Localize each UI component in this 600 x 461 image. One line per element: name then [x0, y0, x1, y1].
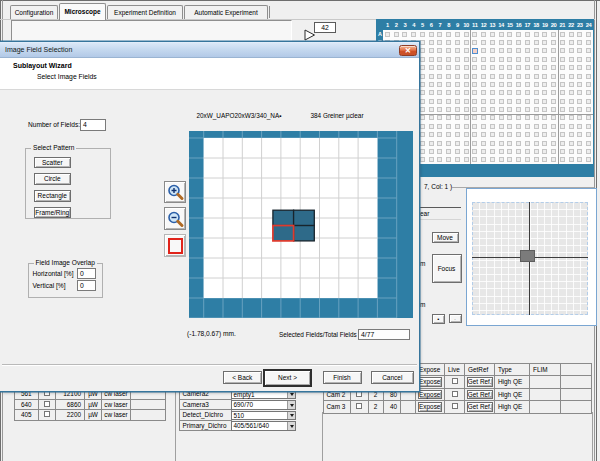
well[interactable] — [490, 99, 495, 104]
well[interactable] — [516, 157, 521, 162]
well[interactable] — [577, 149, 582, 154]
well[interactable] — [490, 107, 495, 112]
live-checkbox[interactable] — [452, 378, 458, 384]
well[interactable] — [542, 82, 547, 87]
well[interactable] — [534, 115, 539, 120]
well[interactable] — [507, 74, 512, 79]
frame-ring-button[interactable]: Frame/Ring — [34, 207, 71, 219]
well[interactable] — [446, 99, 451, 104]
well[interactable] — [499, 157, 504, 162]
well[interactable] — [499, 48, 504, 53]
well[interactable] — [472, 99, 477, 104]
well[interactable] — [577, 115, 582, 120]
well[interactable] — [437, 90, 442, 95]
well[interactable] — [507, 40, 512, 45]
well[interactable] — [472, 40, 477, 45]
well[interactable] — [490, 90, 495, 95]
well[interactable] — [560, 132, 565, 137]
selected-field-cell[interactable] — [294, 210, 315, 225]
well[interactable] — [472, 90, 477, 95]
well[interactable] — [534, 40, 539, 45]
well[interactable] — [560, 115, 565, 120]
well[interactable] — [516, 115, 521, 120]
well[interactable] — [446, 40, 451, 45]
well[interactable] — [490, 74, 495, 79]
well[interactable] — [429, 65, 434, 70]
well[interactable] — [437, 115, 442, 120]
well[interactable] — [429, 115, 434, 120]
well[interactable] — [516, 107, 521, 112]
well[interactable] — [481, 48, 486, 53]
well[interactable] — [464, 57, 469, 62]
well[interactable] — [577, 65, 582, 70]
well[interactable] — [490, 115, 495, 120]
well[interactable] — [560, 74, 565, 79]
well[interactable] — [551, 40, 556, 45]
well[interactable] — [490, 40, 495, 45]
well[interactable] — [569, 57, 574, 62]
well[interactable] — [472, 57, 477, 62]
well[interactable] — [586, 65, 591, 70]
well[interactable] — [507, 124, 512, 129]
well[interactable] — [464, 99, 469, 104]
well[interactable] — [542, 124, 547, 129]
well[interactable] — [560, 149, 565, 154]
well[interactable] — [429, 124, 434, 129]
camera-checkbox[interactable] — [356, 391, 362, 397]
well[interactable] — [429, 132, 434, 137]
well[interactable] — [411, 32, 416, 37]
well[interactable] — [586, 90, 591, 95]
well[interactable] — [385, 32, 390, 37]
well[interactable] — [551, 99, 556, 104]
well[interactable] — [551, 48, 556, 53]
well[interactable] — [577, 32, 582, 37]
well[interactable] — [437, 124, 442, 129]
well[interactable] — [472, 124, 477, 129]
well[interactable] — [446, 149, 451, 154]
well[interactable] — [481, 107, 486, 112]
well[interactable] — [499, 107, 504, 112]
well[interactable] — [420, 90, 425, 95]
well[interactable] — [420, 107, 425, 112]
well[interactable] — [560, 90, 565, 95]
well[interactable] — [481, 40, 486, 45]
move-button[interactable]: Move — [432, 232, 459, 244]
well[interactable] — [560, 82, 565, 87]
well[interactable] — [420, 132, 425, 137]
well[interactable] — [534, 65, 539, 70]
current-field-cell[interactable] — [273, 226, 294, 241]
well[interactable] — [499, 65, 504, 70]
well[interactable] — [551, 157, 556, 162]
well[interactable] — [542, 65, 547, 70]
tab-automatic-experiment[interactable]: Automatic Experiment — [184, 5, 268, 19]
well[interactable] — [569, 48, 574, 53]
well[interactable] — [516, 74, 521, 79]
well-highlighted[interactable] — [472, 48, 478, 54]
well[interactable] — [446, 57, 451, 62]
well[interactable] — [446, 107, 451, 112]
tab-experiment-definition[interactable]: Experiment Definition — [107, 5, 183, 19]
well[interactable] — [446, 48, 451, 53]
combo-dropdown-icon[interactable] — [287, 412, 295, 420]
well[interactable] — [551, 57, 556, 62]
well[interactable] — [455, 149, 460, 154]
well[interactable] — [577, 74, 582, 79]
well[interactable] — [464, 82, 469, 87]
well[interactable] — [481, 99, 486, 104]
well[interactable] — [455, 124, 460, 129]
well[interactable] — [525, 107, 530, 112]
vertical-overlap-input[interactable]: 0 — [77, 280, 96, 291]
well[interactable] — [490, 57, 495, 62]
well[interactable] — [499, 82, 504, 87]
expose-button[interactable]: Expose — [418, 390, 443, 400]
well[interactable] — [534, 32, 539, 37]
well[interactable] — [534, 90, 539, 95]
well[interactable] — [499, 141, 504, 146]
well[interactable] — [446, 90, 451, 95]
well[interactable] — [437, 40, 442, 45]
selected-field-cell[interactable] — [294, 226, 315, 241]
well[interactable] — [455, 74, 460, 79]
well[interactable] — [507, 141, 512, 146]
well[interactable] — [490, 132, 495, 137]
well[interactable] — [429, 48, 434, 53]
